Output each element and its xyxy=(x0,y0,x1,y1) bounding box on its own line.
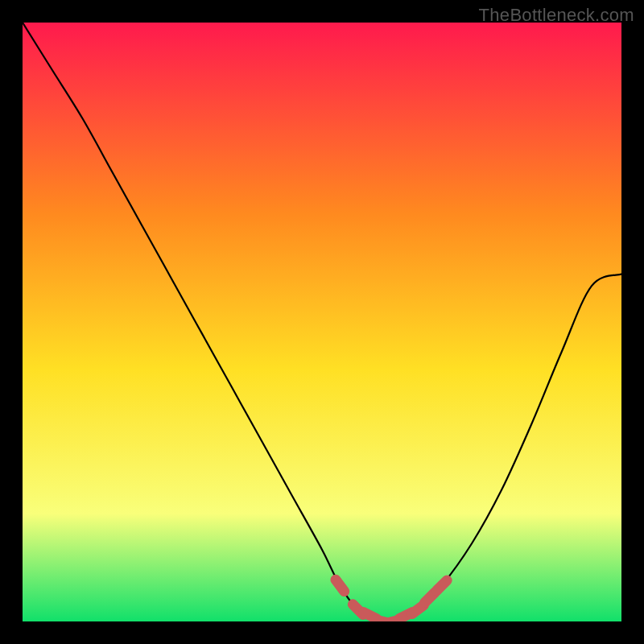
watermark-text: TheBottleneck.com xyxy=(479,5,634,26)
marker-segment xyxy=(436,580,447,591)
chart-frame: TheBottleneck.com xyxy=(0,0,644,644)
chart-svg xyxy=(23,23,621,621)
marker-segment xyxy=(336,580,345,591)
plot-area xyxy=(23,23,621,621)
heat-background xyxy=(23,23,621,621)
